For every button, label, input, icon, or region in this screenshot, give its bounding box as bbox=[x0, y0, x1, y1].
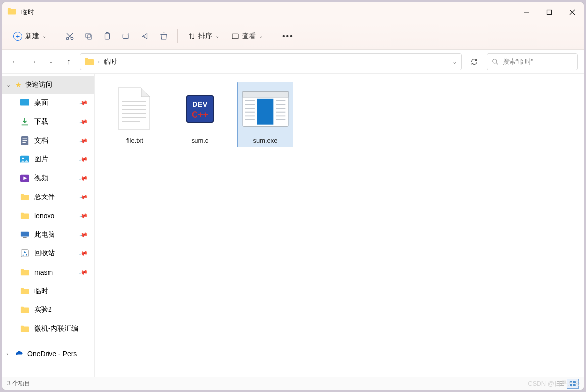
back-button[interactable]: ← bbox=[8, 55, 22, 69]
sidebar-onedrive[interactable]: › OneDrive - Pers bbox=[2, 345, 94, 363]
svg-rect-22 bbox=[23, 139, 27, 139]
svg-rect-59 bbox=[570, 381, 572, 383]
search-placeholder: 搜索"临时" bbox=[503, 57, 533, 66]
video-icon bbox=[20, 174, 29, 183]
devcpp-icon: DEVC++ bbox=[176, 85, 224, 133]
refresh-button[interactable] bbox=[466, 53, 483, 70]
search-box[interactable]: 搜索"临时" bbox=[487, 53, 578, 70]
search-icon bbox=[492, 58, 499, 65]
pin-icon: 📌 bbox=[79, 173, 89, 183]
window-controls bbox=[515, 2, 584, 22]
separator bbox=[177, 29, 178, 43]
forward-button[interactable]: → bbox=[26, 55, 40, 69]
sort-label: 排序 bbox=[198, 32, 212, 41]
quick-access-label: 快速访问 bbox=[25, 80, 52, 89]
svg-rect-20 bbox=[20, 99, 29, 106]
pin-icon: 📌 bbox=[79, 117, 89, 127]
body: ⌄ ★ 快速访问 桌面📌 下载📌 文档📌 图片📌 视频📌 总文件📌 lenovo… bbox=[2, 74, 584, 377]
file-item[interactable]: sum.exe bbox=[237, 82, 293, 147]
folder-icon bbox=[20, 193, 29, 201]
chevron-down-icon: ⌄ bbox=[215, 33, 219, 39]
view-label: 查看 bbox=[242, 32, 256, 41]
pc-icon bbox=[20, 230, 29, 239]
copy-button[interactable] bbox=[80, 29, 97, 44]
view-icon bbox=[231, 32, 239, 40]
share-button[interactable] bbox=[137, 29, 153, 44]
new-button[interactable]: + 新建 ⌄ bbox=[8, 29, 51, 44]
svg-rect-28 bbox=[21, 232, 29, 237]
paste-button[interactable] bbox=[99, 29, 116, 44]
svg-text:DEV: DEV bbox=[193, 100, 208, 108]
chevron-down-icon: ⌄ bbox=[259, 33, 263, 39]
new-label: 新建 bbox=[25, 32, 39, 41]
sidebar-item-folder[interactable]: 总文件📌 bbox=[2, 188, 94, 206]
pin-icon: 📌 bbox=[79, 192, 89, 202]
toolbar: + 新建 ⌄ 排序 ⌄ 查看 ⌄ ••• bbox=[2, 22, 584, 50]
folder-icon bbox=[7, 8, 16, 17]
pin-icon: 📌 bbox=[79, 267, 89, 277]
cut-button[interactable] bbox=[61, 29, 78, 44]
svg-text:C++: C++ bbox=[192, 110, 208, 120]
text-file-icon bbox=[111, 85, 158, 133]
file-label: sum.c bbox=[192, 137, 209, 144]
more-button[interactable]: ••• bbox=[278, 29, 297, 44]
sidebar-item-recycle[interactable]: 回收站📌 bbox=[2, 244, 94, 263]
svg-rect-62 bbox=[573, 384, 576, 386]
recent-button[interactable]: ⌄ bbox=[44, 55, 58, 69]
close-button[interactable] bbox=[561, 2, 584, 22]
svg-rect-60 bbox=[573, 381, 576, 383]
svg-rect-43 bbox=[257, 99, 274, 125]
folder-icon bbox=[84, 58, 94, 66]
svg-rect-23 bbox=[23, 140, 27, 141]
delete-button[interactable] bbox=[155, 29, 172, 44]
sidebar-item-downloads[interactable]: 下载📌 bbox=[2, 112, 94, 131]
sidebar-item-linshi[interactable]: 临时 bbox=[2, 282, 94, 300]
cloud-icon bbox=[15, 349, 24, 358]
sidebar-item-lenovo[interactable]: lenovo📌 bbox=[2, 206, 94, 225]
folder-icon bbox=[20, 305, 29, 314]
svg-line-19 bbox=[496, 62, 498, 64]
minimize-button[interactable] bbox=[515, 2, 538, 22]
sidebar-item-masm[interactable]: masm📌 bbox=[2, 263, 94, 282]
view-button[interactable]: 查看 ⌄ bbox=[226, 29, 268, 44]
address-bar[interactable]: › 临时 ⌄ bbox=[80, 53, 462, 70]
folder-icon bbox=[20, 324, 29, 333]
pin-icon: 📌 bbox=[79, 98, 89, 108]
rename-button[interactable] bbox=[118, 29, 135, 44]
titlebar: 临时 bbox=[2, 2, 584, 22]
item-count: 3 个项目 bbox=[7, 379, 30, 388]
file-label: sum.exe bbox=[253, 137, 277, 144]
svg-rect-8 bbox=[87, 35, 92, 39]
sidebar-item-weiji[interactable]: 微机-内联汇编 bbox=[2, 319, 94, 338]
svg-rect-9 bbox=[86, 33, 90, 38]
sidebar-item-desktop[interactable]: 桌面📌 bbox=[2, 94, 94, 112]
sidebar-item-pictures[interactable]: 图片📌 bbox=[2, 150, 94, 169]
details-view-button[interactable] bbox=[555, 379, 567, 389]
svg-rect-42 bbox=[243, 91, 288, 97]
maximize-button[interactable] bbox=[538, 2, 561, 22]
file-list[interactable]: file.txt DEVC++ sum.c sum.exe bbox=[95, 74, 584, 377]
file-label: file.txt bbox=[126, 137, 143, 144]
folder-icon bbox=[20, 268, 29, 277]
up-button[interactable]: ↑ bbox=[62, 55, 76, 69]
sidebar-item-shiyan2[interactable]: 实验2 bbox=[2, 300, 94, 319]
sidebar-quick-access[interactable]: ⌄ ★ 快速访问 bbox=[2, 76, 94, 94]
chevron-down-icon[interactable]: ⌄ bbox=[452, 58, 457, 65]
folder-icon bbox=[20, 287, 29, 295]
exe-icon bbox=[242, 85, 289, 133]
file-item[interactable]: DEVC++ sum.c bbox=[172, 82, 228, 147]
folder-icon bbox=[20, 211, 29, 220]
sidebar-item-documents[interactable]: 文档📌 bbox=[2, 131, 94, 150]
breadcrumb-separator: › bbox=[98, 58, 100, 65]
sidebar-item-thispc[interactable]: 此电脑📌 bbox=[2, 225, 94, 244]
sort-button[interactable]: 排序 ⌄ bbox=[183, 29, 224, 44]
pin-icon: 📌 bbox=[79, 154, 89, 164]
sidebar[interactable]: ⌄ ★ 快速访问 桌面📌 下载📌 文档📌 图片📌 视频📌 总文件📌 lenovo… bbox=[2, 74, 95, 377]
pin-icon: 📌 bbox=[79, 248, 89, 258]
breadcrumb-current[interactable]: 临时 bbox=[104, 57, 117, 66]
icons-view-button[interactable] bbox=[567, 379, 579, 389]
sidebar-item-videos[interactable]: 视频📌 bbox=[2, 169, 94, 188]
separator bbox=[56, 29, 56, 43]
svg-rect-17 bbox=[232, 34, 238, 38]
file-item[interactable]: file.txt bbox=[106, 82, 163, 147]
